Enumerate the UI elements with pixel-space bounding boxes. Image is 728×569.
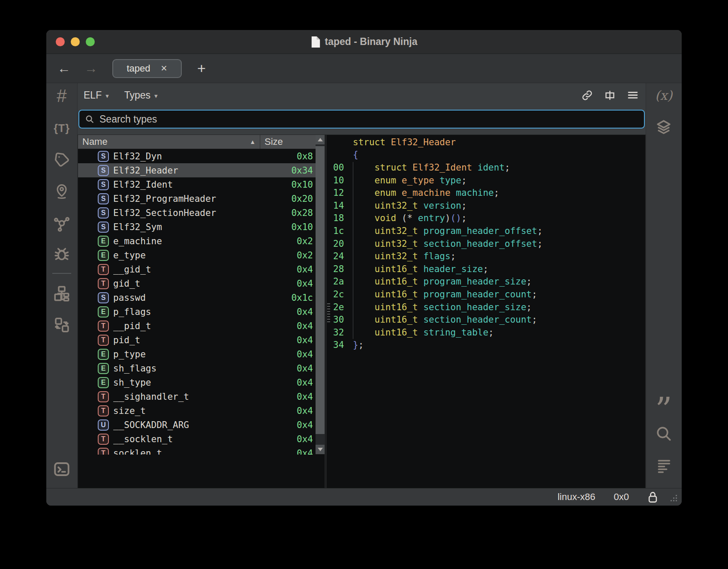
- tab-close-icon[interactable]: ✕: [161, 63, 168, 73]
- table-row[interactable]: Spasswd0x1c: [78, 290, 325, 305]
- view-options-button[interactable]: [627, 89, 639, 101]
- table-row[interactable]: Esh_type0x4: [78, 375, 325, 389]
- name-column-label: Name: [82, 136, 108, 147]
- table-row[interactable]: U__SOCKADDR_ARG0x4: [78, 418, 325, 432]
- minimize-window-button[interactable]: [71, 37, 80, 46]
- forward-button[interactable]: →: [84, 62, 98, 75]
- table-header: Name ▲ Size: [78, 135, 325, 149]
- sidebar-item-terminal[interactable]: [52, 460, 71, 479]
- table-row[interactable]: T__gid_t0x4: [78, 262, 325, 276]
- view-toolbar: ELF ▾ Types ▾: [78, 83, 646, 107]
- sidebar-item-transform[interactable]: [52, 315, 71, 334]
- sidebar-item-types[interactable]: {T}: [52, 119, 71, 138]
- code-line[interactable]: struct Elf32_Header: [327, 136, 645, 149]
- back-button[interactable]: ←: [57, 62, 71, 75]
- code-offset: 2e: [327, 302, 353, 312]
- scroll-down-button[interactable]: [316, 445, 325, 454]
- column-header-size[interactable]: Size: [260, 135, 325, 149]
- column-header-name[interactable]: Name ▲: [78, 135, 260, 149]
- splitter-grip-icon[interactable]: [327, 303, 330, 323]
- zoom-window-button[interactable]: [86, 37, 95, 46]
- code-line[interactable]: 2c uint16_t program_header_count;: [327, 288, 645, 301]
- code-line[interactable]: 14 uint32_t version;: [327, 199, 645, 212]
- type-name: e_machine: [113, 236, 258, 246]
- code-line[interactable]: 00 struct Elf32_Ident ident;: [327, 161, 645, 174]
- status-platform: linux-x86: [557, 491, 595, 503]
- triangle-down-icon: [318, 448, 323, 451]
- code-line[interactable]: 2a uint16_t program_header_size;: [327, 276, 645, 288]
- type-name: sh_type: [113, 377, 258, 388]
- code-line[interactable]: 32 uint16_t string_table;: [327, 326, 645, 339]
- type-name: Elf32_Ident: [113, 180, 258, 190]
- code-text: enum e_type type;: [353, 175, 467, 186]
- code-text: };: [353, 340, 364, 350]
- table-row[interactable]: T__pid_t0x4: [78, 319, 325, 333]
- code-text: uint16_t program_header_count;: [353, 289, 537, 299]
- type-name: Elf32_Dyn: [113, 151, 258, 162]
- table-row[interactable]: Tpid_t0x4: [78, 333, 325, 347]
- code-line[interactable]: 34};: [327, 339, 645, 352]
- table-row[interactable]: SElf32_Header0x34: [78, 163, 325, 177]
- code-line[interactable]: 20 uint32_t section_header_offset;: [327, 237, 645, 250]
- close-window-button[interactable]: [56, 37, 65, 46]
- chevron-down-icon: ▾: [105, 91, 109, 100]
- sidebar-item-debugger[interactable]: [52, 245, 71, 264]
- lock-icon[interactable]: [647, 491, 658, 503]
- sidebar-item-call-graph[interactable]: [52, 214, 71, 233]
- table-row[interactable]: SElf32_Dyn0x8: [78, 149, 325, 163]
- sidebar-item-variables[interactable]: (x): [654, 86, 673, 105]
- view-type-menu[interactable]: Types ▾: [124, 90, 158, 101]
- split-view-button[interactable]: [604, 90, 616, 101]
- code-line[interactable]: 18 void (* entry)();: [327, 212, 645, 225]
- code-line[interactable]: 12 enum e_machine machine;: [327, 186, 645, 199]
- table-row[interactable]: SElf32_Ident0x10: [78, 177, 325, 192]
- scroll-up-button[interactable]: [316, 135, 325, 144]
- code-line[interactable]: {: [327, 149, 645, 162]
- code-line[interactable]: 24 uint32_t flags;: [327, 250, 645, 263]
- sync-link-button[interactable]: [581, 90, 593, 101]
- table-row[interactable]: SElf32_Sym0x10: [78, 220, 325, 234]
- new-tab-button[interactable]: +: [197, 60, 206, 77]
- binary-view-menu[interactable]: ELF ▾: [84, 90, 109, 101]
- type-kind-badge: S: [98, 292, 109, 303]
- search-input[interactable]: [99, 113, 644, 126]
- resize-grip[interactable]: [669, 494, 679, 503]
- code-text: uint16_t program_header_size;: [353, 276, 532, 287]
- code-line[interactable]: 30 uint16_t section_header_count;: [327, 313, 645, 326]
- type-kind-badge: S: [98, 151, 109, 162]
- table-row[interactable]: Tsize_t0x4: [78, 404, 325, 418]
- code-text: uint32_t flags;: [353, 251, 456, 261]
- sidebar-item-tags[interactable]: [52, 150, 71, 169]
- sidebar-item-find[interactable]: [654, 424, 673, 443]
- tab-taped[interactable]: taped ✕: [112, 59, 182, 78]
- code-offset: 18: [327, 213, 353, 223]
- code-line[interactable]: 28 uint16_t header_size;: [327, 263, 645, 276]
- table-row[interactable]: T__sighandler_t0x4: [78, 389, 325, 404]
- table-row[interactable]: Tsocklen_t0x4: [78, 446, 325, 455]
- code-line[interactable]: 2e uint16_t section_header_size;: [327, 301, 645, 314]
- table-row[interactable]: Ep_type0x4: [78, 347, 325, 361]
- table-row[interactable]: SElf32_SectionHeader0x28: [78, 206, 325, 220]
- sidebar-item-component-tree[interactable]: [52, 284, 71, 303]
- sidebar-item-cross-references[interactable]: #: [52, 87, 71, 105]
- table-scrollbar[interactable]: [316, 135, 325, 454]
- table-row[interactable]: Ee_type0x2: [78, 248, 325, 262]
- sidebar-item-strings[interactable]: ”: [654, 392, 673, 411]
- type-kind-badge: T: [98, 335, 109, 346]
- table-row[interactable]: Ep_flags0x4: [78, 305, 325, 319]
- code-line[interactable]: 1c uint32_t program_header_offset;: [327, 225, 645, 237]
- code-offset: 2a: [327, 276, 353, 287]
- scrollbar-thumb[interactable]: [316, 146, 325, 434]
- table-row[interactable]: SElf32_ProgramHeader0x20: [78, 192, 325, 206]
- table-row[interactable]: Ee_machine0x2: [78, 234, 325, 248]
- code-line[interactable]: 10 enum e_type type;: [327, 174, 645, 187]
- sidebar-item-memory-map[interactable]: [52, 183, 71, 201]
- table-row[interactable]: Esh_flags0x4: [78, 361, 325, 375]
- table-row[interactable]: Tgid_t0x4: [78, 276, 325, 290]
- sidebar-item-stack[interactable]: [654, 118, 673, 137]
- type-kind-badge: T: [98, 405, 109, 416]
- type-kind-badge: S: [98, 179, 109, 190]
- table-row[interactable]: T__socklen_t0x4: [78, 432, 325, 446]
- sidebar-item-log[interactable]: [654, 456, 673, 475]
- desktop: taped - Binary Ninja ← → taped ✕ + # {T}: [0, 0, 728, 569]
